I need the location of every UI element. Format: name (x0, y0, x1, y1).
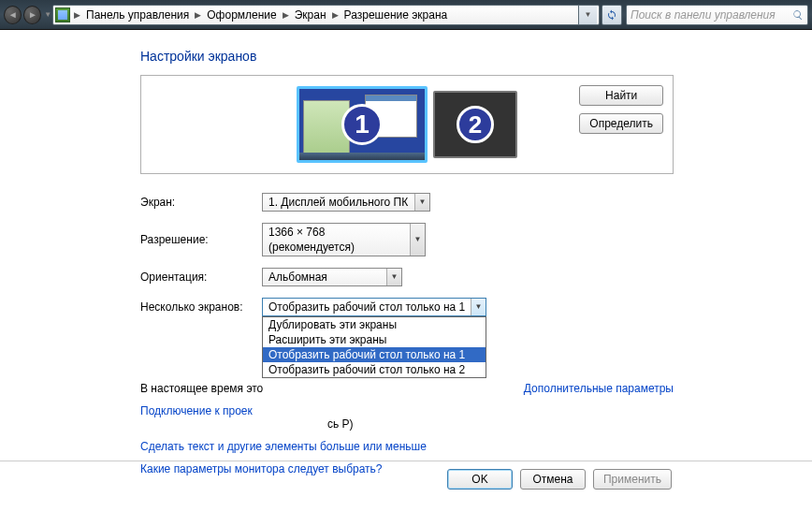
chevron-right-icon[interactable]: ▶ (193, 10, 203, 20)
nav-forward-button[interactable]: ► (23, 6, 41, 24)
screen-select[interactable]: 1. Дисплей мобильного ПК ▼ (262, 193, 430, 212)
chevron-down-icon: ▼ (410, 224, 425, 256)
monitor-2[interactable]: 2 (433, 91, 517, 158)
monitor-1-number: 1 (341, 104, 383, 145)
monitor-preview-panel: 1 2 Найти Определить (140, 75, 674, 174)
breadcrumb: ▶ Панель управления ▶ Оформление ▶ Экран… (72, 6, 578, 24)
refresh-button[interactable] (602, 5, 622, 25)
multiple-displays-option[interactable]: Отобразить рабочий стол только на 2 (263, 362, 486, 377)
chevron-right-icon[interactable]: ▶ (330, 10, 341, 20)
resolution-select[interactable]: 1366 × 768 (рекомендуется) ▼ (262, 223, 426, 256)
projector-suffix: сь P) (327, 417, 354, 431)
breadcrumb-bar[interactable]: ▶ Панель управления ▶ Оформление ▶ Экран… (52, 5, 600, 25)
cancel-button[interactable]: Отмена (520, 469, 586, 490)
ok-button[interactable]: OK (447, 469, 513, 490)
nav-history-dropdown[interactable]: ▼ (43, 6, 52, 24)
resolution-select-value: 1366 × 768 (рекомендуется) (268, 226, 355, 254)
monitor-2-number: 2 (457, 106, 494, 143)
multiple-displays-dropdown: Дублировать эти экраныРасширить эти экра… (262, 316, 486, 378)
apply-button: Применить (593, 469, 672, 490)
nav-arrows: ◄ ► ▼ (4, 6, 52, 24)
crumb-display[interactable]: Экран (291, 6, 330, 24)
chevron-down-icon: ▼ (414, 194, 429, 211)
content: Настройки экранов 1 2 Найти Определить Э… (0, 30, 812, 461)
taskbar-icon (299, 153, 425, 160)
address-bar: ◄ ► ▼ ▶ Панель управления ▶ Оформление ▶… (0, 0, 812, 30)
search-input[interactable]: Поиск в панели управления (626, 5, 808, 25)
label-orientation: Ориентация: (140, 271, 262, 284)
page-title: Настройки экранов (140, 49, 812, 64)
multiple-displays-select[interactable]: Отобразить рабочий стол только на 1 ▼ (262, 298, 486, 316)
path-dropdown[interactable]: ▼ (578, 5, 597, 25)
search-placeholder: Поиск в панели управления (631, 8, 792, 22)
chevron-right-icon[interactable]: ▶ (72, 10, 82, 20)
settings-form: Экран: 1. Дисплей мобильного ПК ▼ Разреш… (140, 193, 674, 475)
orientation-select-value: Альбомная (268, 271, 327, 284)
refresh-icon (606, 9, 617, 21)
multiple-displays-option[interactable]: Расширить эти экраны (263, 332, 486, 347)
chevron-down-icon: ▼ (386, 269, 401, 285)
chevron-down-icon: ▼ (471, 299, 486, 315)
crumb-appearance[interactable]: Оформление (203, 6, 280, 24)
preview-side-buttons: Найти Определить (579, 85, 663, 134)
search-icon (792, 9, 804, 21)
crumb-resolution[interactable]: Разрешение экрана (341, 6, 452, 24)
find-button[interactable]: Найти (579, 85, 663, 106)
monitor-1[interactable]: 1 (297, 86, 428, 163)
crumb-control-panel[interactable]: Панель управления (82, 6, 193, 24)
multiple-displays-value: Отобразить рабочий стол только на 1 (268, 300, 465, 314)
control-panel-icon (55, 7, 70, 22)
label-screen: Экран: (140, 196, 262, 209)
advanced-settings-link[interactable]: Дополнительные параметры (524, 382, 674, 395)
identify-button[interactable]: Определить (579, 113, 663, 134)
footer: OK Отмена Применить (0, 461, 812, 490)
chevron-right-icon[interactable]: ▶ (281, 10, 291, 20)
label-multiple-displays: Несколько экранов: (140, 300, 262, 314)
multiple-displays-option[interactable]: Отобразить рабочий стол только на 1 (263, 347, 486, 362)
multiple-displays-option[interactable]: Дублировать эти экраны (263, 317, 486, 332)
current-display-text: В настоящее время это (140, 382, 263, 395)
nav-back-button[interactable]: ◄ (4, 6, 22, 24)
projector-link[interactable]: Подключение к проек (140, 404, 674, 417)
text-size-link[interactable]: Сделать текст и другие элементы больше и… (140, 440, 674, 453)
screen-select-value: 1. Дисплей мобильного ПК (268, 196, 408, 209)
orientation-select[interactable]: Альбомная ▼ (262, 268, 402, 286)
label-resolution: Разрешение: (140, 233, 262, 246)
